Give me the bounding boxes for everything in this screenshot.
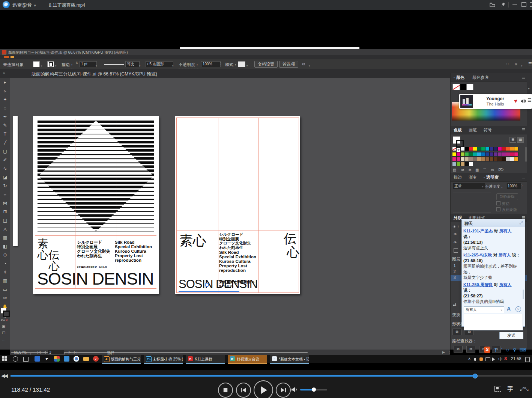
music-notification[interactable]: Younger The Hails ♥ ☰ <box>459 94 532 109</box>
clip-checkbox[interactable]: 剪切 <box>496 201 509 207</box>
swatch[interactable] <box>514 152 518 156</box>
emoji-icon[interactable]: ☺ <box>505 347 510 353</box>
swatch-grid[interactable]: ✛ <box>452 147 525 167</box>
cursor-app-icon[interactable]: ➤ <box>44 356 49 362</box>
swatch[interactable] <box>461 162 464 166</box>
swatch[interactable] <box>465 147 469 151</box>
swatch[interactable] <box>473 157 477 161</box>
open-file-icon[interactable] <box>490 2 495 7</box>
blend-tool[interactable]: ◔ <box>0 259 10 268</box>
mic-tray-icon[interactable] <box>474 358 476 361</box>
swatch[interactable] <box>473 152 477 156</box>
swatch[interactable] <box>452 152 456 156</box>
stroke-swatch[interactable] <box>47 61 54 67</box>
pathfinder-icon[interactable]: ⧉ <box>466 346 475 353</box>
tab-appearance[interactable]: 外观 <box>454 215 462 221</box>
swatch[interactable] <box>502 147 506 151</box>
collapsed-dock[interactable]: ▸ ▸ <box>527 73 532 350</box>
swatch-none[interactable] <box>452 147 456 151</box>
eye-icon[interactable]: 👁 <box>453 225 456 229</box>
width-tool[interactable]: ⋈ <box>0 199 10 208</box>
arrange-documents-icon[interactable]: ⧈ <box>515 62 517 66</box>
volume-knob[interactable] <box>312 387 316 392</box>
opacity-label[interactable]: 不透明度： <box>179 62 199 68</box>
rectangle-tool[interactable]: ▢ <box>0 147 10 156</box>
tray-expand-icon[interactable]: ∧ <box>468 356 471 361</box>
artboard-2[interactable]: 素心 伝 心 シルクロード特別企画展 クローソ文化財失われた刻再生 Silk R… <box>175 116 300 294</box>
width-profile-select[interactable]: 等比 <box>125 61 140 67</box>
swatch[interactable] <box>477 147 481 151</box>
list-view-icon[interactable]: ☰ <box>509 137 516 143</box>
swatch[interactable] <box>461 152 464 156</box>
rewind-icon[interactable]: ◀◀ <box>1 373 7 378</box>
tab-gradient[interactable]: 渐变 <box>469 175 477 180</box>
chat-recipient-link[interactable]: 所有人 <box>499 253 511 257</box>
pen-tool[interactable]: ✒ <box>0 113 10 121</box>
stop-button[interactable] <box>218 383 233 398</box>
column-graph-tool[interactable]: ▥ <box>0 277 10 285</box>
display-tray-icon[interactable] <box>485 357 490 361</box>
scale-tool[interactable]: ⇔ <box>0 190 10 199</box>
lasso-tool[interactable]: ◌ <box>0 104 10 113</box>
fullscreen-icon[interactable]: ⤢⤡ <box>520 386 528 392</box>
chat-input[interactable] <box>464 314 523 330</box>
invert-mask-checkbox[interactable]: 反相蒙版 <box>496 207 517 213</box>
chat-recipient-link[interactable]: 所有人 <box>499 282 511 287</box>
panel-collapse-icon[interactable]: » <box>3 71 5 75</box>
chevron-down-icon[interactable] <box>139 63 141 67</box>
stroke-color-indicator[interactable] <box>3 311 10 317</box>
tab-transparency[interactable]: ◦ 透明度 <box>484 175 499 180</box>
gradient-tool[interactable]: ◧ <box>0 242 10 251</box>
rotate-tool[interactable]: ↻ <box>0 182 10 190</box>
swatch[interactable] <box>494 157 497 161</box>
ime-mode[interactable]: 中 <box>493 347 498 353</box>
pinned-app-icon[interactable] <box>35 356 40 362</box>
chrome-icon[interactable] <box>74 356 79 362</box>
panel-menu-icon[interactable]: ☰ <box>522 128 525 132</box>
close-button[interactable] <box>530 2 532 7</box>
mesh-tool[interactable]: ▦ <box>0 234 10 242</box>
draw-mode-icon[interactable]: ▣ <box>2 324 5 328</box>
swatch[interactable] <box>485 152 489 156</box>
stroke-weight-input[interactable]: 1 pt <box>80 61 97 67</box>
screenshot-icon[interactable] <box>494 386 501 392</box>
volume-slider[interactable] <box>300 389 327 390</box>
volume-icon[interactable] <box>291 387 298 392</box>
swatch[interactable] <box>461 157 464 161</box>
type-tool[interactable]: T <box>0 130 10 139</box>
ime-toolbar[interactable]: S 中 ’ ☺ ⚲ ⌨ ✦ <box>484 347 532 354</box>
pinned-app-icon[interactable] <box>54 356 60 362</box>
ime-punct-icon[interactable]: ’ <box>501 347 502 353</box>
preferences-button[interactable]: 首选项 <box>279 61 298 68</box>
taskbar-button[interactable]: Ps未标题-1 @ 25% (Ex... <box>144 355 183 364</box>
tab-color-guide[interactable]: 颜色参考 <box>472 75 489 80</box>
speaker-icon[interactable] <box>520 99 526 104</box>
panel-menu-icon[interactable]: ☰ <box>528 62 532 66</box>
subtitle-button[interactable]: 字 <box>507 385 513 393</box>
tab-transform[interactable]: 变换 <box>452 312 460 318</box>
previous-button[interactable] <box>236 383 251 398</box>
grid-view-icon[interactable]: ▦ <box>517 137 524 143</box>
minimize-button[interactable] <box>512 5 517 5</box>
swatch[interactable] <box>461 147 464 151</box>
artboard-number-input[interactable]: 3 <box>48 350 64 355</box>
tab-close-icon[interactable]: × <box>129 71 131 76</box>
paintbrush-tool[interactable]: ✐ <box>0 156 10 164</box>
grid-view-icon[interactable]: ⁙ <box>506 62 509 66</box>
tab-layers[interactable]: 图层 <box>452 256 460 262</box>
swatch[interactable] <box>502 157 506 161</box>
swatch[interactable] <box>506 147 510 151</box>
next-button[interactable] <box>276 383 291 398</box>
swatch[interactable] <box>465 152 469 156</box>
shaper-tool[interactable]: ∿ <box>0 164 10 173</box>
chat-header[interactable]: 聊天 ⤢ <box>462 219 525 227</box>
chevron-right-icon[interactable]: 〉 <box>220 62 223 66</box>
task-view-icon[interactable] <box>23 357 29 362</box>
swatch[interactable] <box>481 157 485 161</box>
taskbar-button[interactable]: KK11上课群 <box>186 355 225 364</box>
taskbar-button[interactable]: ▶好视通云会议 <box>228 355 267 364</box>
swatch[interactable] <box>457 152 460 156</box>
font-button[interactable]: A <box>507 306 511 312</box>
symbol-sprayer-tool[interactable]: ✳ <box>0 268 10 277</box>
canvas[interactable]: 素 心伝 心 シルクロード特別企画展 クローソ文化財失われた刻再生 東京 藝術大… <box>10 78 527 350</box>
